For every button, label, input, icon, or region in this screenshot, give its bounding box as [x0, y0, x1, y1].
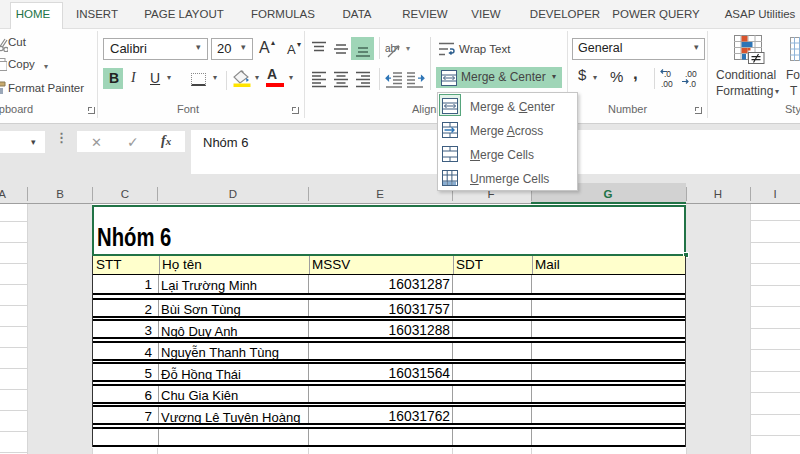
svg-text:.0: .0: [664, 69, 671, 79]
svg-text:.00: .00: [661, 79, 673, 89]
svg-text:ab: ab: [385, 43, 397, 54]
svg-text:.0: .0: [689, 79, 696, 89]
svg-text:.00: .00: [685, 69, 697, 79]
